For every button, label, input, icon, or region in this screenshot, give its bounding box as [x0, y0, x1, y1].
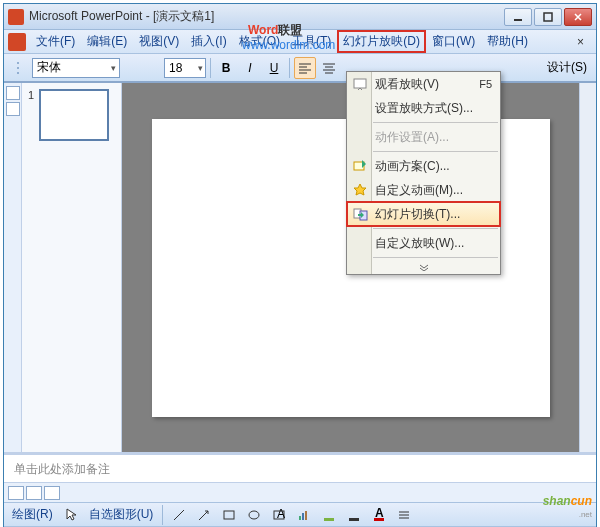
- notes-pane[interactable]: 单击此处添加备注: [4, 452, 596, 482]
- font-name-value: 宋体: [37, 59, 61, 76]
- separator: [289, 58, 290, 78]
- dd-label: 幻灯片切换(T)...: [375, 206, 460, 223]
- doc-close-button[interactable]: ×: [569, 33, 592, 51]
- fill-color-button[interactable]: [318, 504, 340, 526]
- svg-rect-13: [349, 518, 359, 521]
- view-buttons-bar: [4, 482, 596, 502]
- sorter-view-button[interactable]: [26, 486, 42, 500]
- close-button[interactable]: [564, 8, 592, 26]
- separator: [162, 505, 163, 525]
- draw-menu[interactable]: 绘图(R): [8, 506, 57, 523]
- outline-tabs: [4, 83, 22, 452]
- dd-label: 动作设置(A)...: [375, 129, 449, 146]
- svg-rect-0: [514, 19, 522, 21]
- thumb-number: 1: [28, 89, 34, 101]
- svg-text:A: A: [277, 508, 285, 521]
- dd-label: 自定义动画(M)...: [375, 182, 463, 199]
- slideshow-view-button[interactable]: [44, 486, 60, 500]
- font-name-select[interactable]: 宋体: [32, 58, 120, 78]
- dd-label: 自定义放映(W)...: [375, 235, 464, 252]
- autoshapes-menu[interactable]: 自选图形(U): [85, 506, 158, 523]
- formatting-toolbar: 宋体 18 B I U 设计(S): [4, 54, 596, 82]
- dd-label: 设置放映方式(S)...: [375, 100, 473, 117]
- menu-insert[interactable]: 插入(I): [185, 30, 232, 53]
- svg-rect-16: [354, 79, 366, 88]
- font-size-select[interactable]: 18: [164, 58, 206, 78]
- insert-chart-button[interactable]: [293, 504, 315, 526]
- align-left-button[interactable]: [294, 57, 316, 79]
- arrow-button[interactable]: [193, 504, 215, 526]
- svg-rect-9: [299, 516, 301, 520]
- drawing-toolbar: 绘图(R) 自选图形(U) A A: [4, 502, 596, 526]
- slideshow-dropdown: 观看放映(V) F5 设置放映方式(S)... 动作设置(A)... 动画方案(…: [346, 71, 501, 275]
- menu-edit[interactable]: 编辑(E): [81, 30, 133, 53]
- thumbnail-panel: 1: [22, 83, 122, 452]
- dd-view-show[interactable]: 观看放映(V) F5: [347, 72, 500, 96]
- dropdown-separator: [373, 151, 498, 152]
- presentation-icon: [352, 76, 368, 92]
- menubar: 文件(F) 编辑(E) 视图(V) 插入(I) 格式(O) 工具(T) 幻灯片放…: [4, 30, 596, 54]
- dd-label: 动画方案(C)...: [375, 158, 450, 175]
- vertical-scrollbar[interactable]: [579, 83, 596, 452]
- italic-button[interactable]: I: [239, 57, 261, 79]
- font-color-button[interactable]: A: [368, 504, 390, 526]
- font-size-value: 18: [169, 61, 182, 75]
- rectangle-button[interactable]: [218, 504, 240, 526]
- align-center-button[interactable]: [318, 57, 340, 79]
- custom-animation-icon: [352, 182, 368, 198]
- svg-point-4: [17, 72, 19, 74]
- normal-view-button[interactable]: [8, 486, 24, 500]
- slide-transition-icon: [353, 206, 369, 222]
- svg-rect-12: [324, 518, 334, 521]
- svg-rect-15: [374, 518, 384, 521]
- line-color-button[interactable]: [343, 504, 365, 526]
- chevron-down-icon: [418, 263, 430, 271]
- menu-format[interactable]: 格式(O): [233, 30, 286, 53]
- dd-expand[interactable]: [347, 260, 500, 274]
- textbox-button[interactable]: A: [268, 504, 290, 526]
- window-title: Microsoft PowerPoint - [演示文稿1]: [29, 8, 504, 25]
- select-arrow-button[interactable]: [60, 504, 82, 526]
- svg-point-2: [17, 62, 19, 64]
- svg-rect-5: [224, 511, 234, 519]
- bold-button[interactable]: B: [215, 57, 237, 79]
- design-label: 设计(S): [547, 59, 587, 76]
- separator: [210, 58, 211, 78]
- svg-point-3: [17, 67, 19, 69]
- dd-setup-show[interactable]: 设置放映方式(S)...: [347, 96, 500, 120]
- dropdown-separator: [373, 257, 498, 258]
- dd-label: 观看放映(V): [375, 76, 439, 93]
- oval-button[interactable]: [243, 504, 265, 526]
- line-button[interactable]: [168, 504, 190, 526]
- underline-button[interactable]: U: [263, 57, 285, 79]
- dropdown-separator: [373, 228, 498, 229]
- app-menu-icon[interactable]: [8, 33, 26, 51]
- dd-custom-animation[interactable]: 自定义动画(M)...: [347, 178, 500, 202]
- notes-placeholder: 单击此处添加备注: [14, 462, 110, 476]
- line-style-button[interactable]: [393, 504, 415, 526]
- dd-slide-transition[interactable]: 幻灯片切换(T)...: [347, 202, 500, 226]
- menu-help[interactable]: 帮助(H): [481, 30, 534, 53]
- menu-tools[interactable]: 工具(T): [286, 30, 337, 53]
- animation-scheme-icon: [352, 158, 368, 174]
- outline-tab[interactable]: [6, 86, 20, 100]
- dd-action-settings: 动作设置(A)...: [347, 125, 500, 149]
- menu-view[interactable]: 视图(V): [133, 30, 185, 53]
- svg-rect-10: [302, 513, 304, 520]
- minimize-button[interactable]: [504, 8, 532, 26]
- toolbar-handle-icon[interactable]: [8, 57, 30, 79]
- slide-thumbnail[interactable]: [39, 89, 109, 141]
- maximize-button[interactable]: [534, 8, 562, 26]
- design-button[interactable]: 设计(S): [542, 57, 592, 79]
- menu-file[interactable]: 文件(F): [30, 30, 81, 53]
- menu-window[interactable]: 窗口(W): [426, 30, 481, 53]
- svg-point-6: [249, 511, 259, 519]
- menu-slideshow[interactable]: 幻灯片放映(D): [337, 30, 426, 53]
- slides-tab[interactable]: [6, 102, 20, 116]
- dropdown-separator: [373, 122, 498, 123]
- titlebar: Microsoft PowerPoint - [演示文稿1]: [4, 4, 596, 30]
- dd-shortcut: F5: [479, 78, 492, 90]
- workspace: 1: [4, 82, 596, 452]
- dd-animation-schemes[interactable]: 动画方案(C)...: [347, 154, 500, 178]
- dd-custom-shows[interactable]: 自定义放映(W)...: [347, 231, 500, 255]
